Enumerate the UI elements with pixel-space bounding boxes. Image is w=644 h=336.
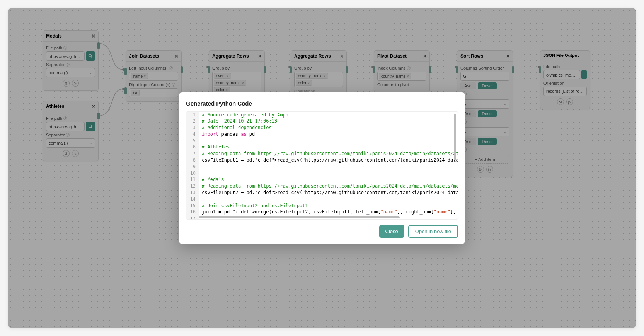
code-line: 11# Medals xyxy=(186,176,458,183)
code-line: 1# Source code generated by Amphi xyxy=(186,112,458,118)
code-line: 10 xyxy=(186,170,458,177)
code-line: 12# Reading data from https://raw.github… xyxy=(186,183,458,189)
code-line: 8csvFileInput1 = pd."c-def">read_csv("ht… xyxy=(186,157,458,164)
code-line: 6# Athletes xyxy=(186,144,458,150)
code-line: 9 xyxy=(186,164,458,170)
vertical-scrollbar[interactable] xyxy=(454,114,456,160)
modal-overlay[interactable]: Generated Python Code 1# Source code gen… xyxy=(8,8,636,328)
code-line: 4import pandas as pd xyxy=(186,131,458,138)
code-modal: Generated Python Code 1# Source code gen… xyxy=(179,92,465,244)
code-line: 3# Additional dependencies: xyxy=(186,125,458,131)
code-line: 13csvFileInput2 = pd."c-def">read_csv("h… xyxy=(186,189,458,196)
code-line: 5 xyxy=(186,138,458,144)
horizontal-scrollbar[interactable] xyxy=(199,216,400,218)
code-line: 2# Date: 2024-10-21 17:06:13 xyxy=(186,118,458,125)
close-button[interactable]: Close xyxy=(379,225,404,238)
code-line: 15# Join csvFileInput2 and csvFileInput1 xyxy=(186,203,458,209)
open-in-new-file-button[interactable]: Open in new file xyxy=(408,225,458,238)
code-line: 14 xyxy=(186,196,458,203)
code-line: 7# Reading data from https://raw.githubu… xyxy=(186,150,458,157)
code-line: 16join1 = pd."c-def">merge(csvFileInput2… xyxy=(186,209,458,215)
code-editor[interactable]: 1# Source code generated by Amphi2# Date… xyxy=(186,111,458,220)
modal-title: Generated Python Code xyxy=(186,100,458,107)
